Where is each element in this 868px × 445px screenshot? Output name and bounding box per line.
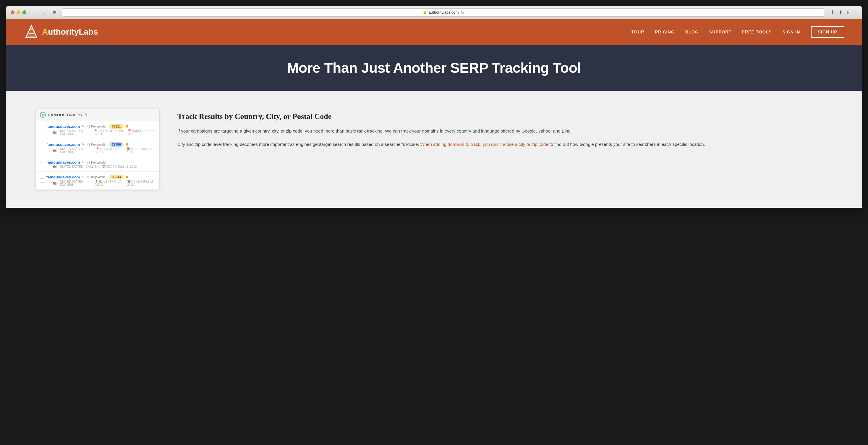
minimize-button[interactable] [17,10,21,14]
keyword-count-2: (9 Keywords) [87,143,106,146]
location-1: 📍 LITTLE ROCK, AR 72211 [94,129,124,136]
download-button[interactable]: ⬇ [831,9,835,15]
panel-header: ↻ FAMOUS DAVE'S ✎ [36,109,159,121]
share-button[interactable]: ⬆ [839,9,843,15]
para2-before-link: City and zip code level tracking becomes… [177,142,419,147]
external-icon-1: ✎ [82,124,84,128]
hero-title: More Than Just Another SERP Tracking Too… [24,60,844,76]
forward-button[interactable]: › [40,10,48,15]
logo-text: AuthorityLabs [42,27,98,37]
date-3: 📅 ADDED JULY 16, 2013 [102,165,136,168]
table-row: famousdaves.com ✎ (9 Keywords) 72211 🇺🇸 … [36,121,159,139]
table-row: famousdaves.com ✎ (9 Keywords) 72756 🇺🇸 … [36,139,159,157]
signup-button[interactable]: SIGN UP [811,26,844,38]
table-row: famousdaves.com ✎ (9 Keywords) 🇺🇸 UNITED… [36,157,159,172]
external-icon-4: ✎ [82,175,84,179]
section-para-2: City and zip code level tracking becomes… [177,141,833,148]
table-row: famousdaves.com ✎ (9 Keywords) 92243 🇺🇸 … [36,172,159,190]
panel-title: FAMOUS DAVE'S [48,113,82,117]
para2-after-link: to find out how Google presents your sit… [550,142,705,147]
domain-link-1[interactable]: famousdaves.com [46,124,80,129]
country-4: UNITED STATES - ENGLISH [60,180,91,186]
row-checkbox-4[interactable] [40,178,44,183]
traffic-lights [11,10,26,14]
date-4: 📅 ADDED JULY 16, 2013 [127,180,155,186]
sidebar-toggle[interactable]: ⊞ [51,10,58,15]
row-checkbox-2[interactable] [40,146,44,150]
status-dot-1 [126,125,128,127]
nav-sign-in[interactable]: SIGN IN [782,30,800,34]
status-dot-4 [126,176,128,178]
nav-buttons: ‹ › [31,10,48,15]
domain-meta-4: 🇺🇸 UNITED STATES - ENGLISH 📍 EL CENTRO, … [53,180,155,186]
rank-badge-4: 92243 [110,175,123,179]
add-tab-button[interactable]: + [854,9,857,16]
flag-3: 🇺🇸 [53,165,57,168]
section-title: Track Results by Country, City, or Posta… [177,112,833,122]
domain-meta-3: 🇺🇸 UNITED STATES - ENGLISH 📅 ADDED JULY … [53,165,155,168]
location-4: 📍 EL CENTRO, CA 92243 [95,180,124,186]
flag-2: 🇺🇸 [53,149,57,152]
hero-section: More Than Just Another SERP Tracking Too… [6,45,862,91]
screenshot-panel: ↻ FAMOUS DAVE'S ✎ famousdaves.com ✎ (9 K… [35,109,160,190]
browser-titlebar: ‹ › ⊞ 🔒 authoritylabs.com ↻ ⬇ ⬆ ⊡ + [6,6,862,19]
keyword-count-1: (9 Keywords) [87,124,106,128]
location-2: 📍 ROGERS, AR 72756 [96,147,122,154]
fullscreen-button[interactable]: ⊡ [847,9,850,15]
content-section: ↻ FAMOUS DAVE'S ✎ famousdaves.com ✎ (9 K… [6,91,862,208]
back-button[interactable]: ‹ [31,10,39,15]
status-dot-2 [126,143,128,146]
domain-link-3[interactable]: famousdaves.com [46,160,80,165]
maximize-button[interactable] [23,10,26,14]
date-1: 📅 ADDED JULY 16, 2013 [128,129,155,136]
domain-link-4[interactable]: famousdaves.com [46,175,80,179]
browser-window: ‹ › ⊞ 🔒 authoritylabs.com ↻ ⬇ ⬆ ⊡ + [6,6,862,208]
country-1: UNITED STATES - ENGLISH [60,129,90,136]
right-content: Track Results by Country, City, or Posta… [177,109,833,154]
site-header: AuthorityLabs TOUR PRICING BLOG SUPPORT … [6,19,862,45]
domain-link-2[interactable]: famousdaves.com [46,142,80,147]
rank-badge-2: 72756 [110,142,123,147]
section-link[interactable]: When adding domains to track, you can ch… [421,142,549,147]
keyword-count-4: (9 Keywords) [87,175,106,179]
flag-1: 🇺🇸 [53,131,57,134]
refresh-icon: ↻ [40,112,46,118]
date-2: 📅 ADDED JULY 16, 2013 [126,147,155,154]
nav-tour[interactable]: TOUR [631,30,645,34]
reload-button[interactable]: ↻ [461,10,464,15]
domain-meta-1: 🇺🇸 UNITED STATES - ENGLISH 📍 LITTLE ROCK… [53,129,155,136]
address-text: authoritylabs.com [429,10,459,14]
external-icon-3: ✎ [82,160,84,164]
country-2: UNITED STATES - ENGLISH [60,147,92,154]
keyword-count-3: (9 Keywords) [87,161,106,164]
country-3: UNITED STATES - ENGLISH [60,165,98,168]
section-para-1: If your campaigns are targeting a given … [177,127,833,135]
close-button[interactable] [11,10,14,14]
nav-blog[interactable]: BLOG [685,30,699,34]
website-content: AuthorityLabs TOUR PRICING BLOG SUPPORT … [6,19,862,208]
lock-icon: 🔒 [423,10,427,14]
logo[interactable]: AuthorityLabs [24,24,98,40]
row-checkbox-1[interactable] [40,128,44,132]
browser-actions: ⬇ ⬆ ⊡ [831,9,850,15]
main-nav: TOUR PRICING BLOG SUPPORT FREE TOOLS SIG… [631,26,844,38]
logo-icon [24,24,39,40]
row-checkbox-3[interactable] [40,162,44,166]
nav-free-tools[interactable]: FREE TOOLS [742,30,772,34]
rank-badge-1: 72211 [110,124,123,129]
flag-4: 🇺🇸 [53,182,57,185]
address-bar[interactable]: 🔒 authoritylabs.com ↻ [62,8,825,17]
edit-icon[interactable]: ✎ [85,113,88,117]
domain-meta-2: 🇺🇸 UNITED STATES - ENGLISH 📍 ROGERS, AR … [53,147,155,154]
svg-point-0 [30,28,33,30]
external-icon-2: ✎ [82,143,84,146]
nav-support[interactable]: SUPPORT [709,30,732,34]
nav-pricing[interactable]: PRICING [655,30,675,34]
